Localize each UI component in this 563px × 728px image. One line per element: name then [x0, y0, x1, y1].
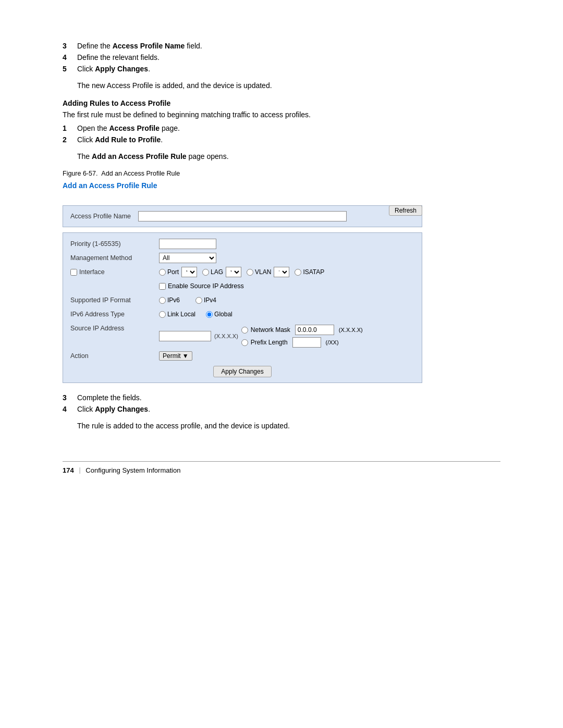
form-panel: Priority (1-65535) Management Method All… — [63, 232, 422, 383]
step-5-text2: . — [148, 65, 150, 73]
apply-changes-row: Apply Changes — [70, 366, 414, 377]
step-m2-number: 2 — [63, 135, 77, 144]
source-ip-label: Source IP Address — [70, 325, 159, 332]
interface-lag-radio-input[interactable] — [202, 269, 209, 276]
ipv6-address-radio-group: Link Local Global — [159, 311, 232, 318]
action-permit-button[interactable]: Permit ▼ — [159, 351, 192, 361]
step-3-text: Define the Access Profile Name field. — [77, 42, 202, 50]
section-intro: The first rule must be defined to beginn… — [63, 110, 500, 119]
step-a3-text: Complete the fields. — [77, 393, 142, 402]
management-method-label: Management Method — [70, 254, 159, 262]
ipv4-radio-input[interactable] — [195, 297, 202, 304]
enable-source-checkbox[interactable] — [159, 283, 166, 290]
lag-select[interactable]: ▼ — [226, 267, 241, 277]
section-heading: Adding Rules to Access Profile — [63, 99, 500, 107]
interface-isatap-radio-input[interactable] — [295, 269, 301, 276]
source-ip-row: Source IP Address (X.X.X.X) Network Mask… — [70, 323, 414, 348]
step-3: 3 Define the Access Profile Name field. — [63, 42, 500, 50]
step-a4-number: 4 — [63, 405, 77, 413]
enable-source-checkbox-group: Enable Source IP Address — [159, 282, 244, 290]
interface-port-radio-input[interactable] — [159, 269, 166, 276]
prefix-length-format: (/XX) — [326, 339, 339, 346]
step-a4-bold: Apply Changes — [95, 405, 148, 413]
page-link[interactable]: Add an Access Profile Rule — [63, 181, 500, 190]
interface-row: Interface Port ▼ LAG ▼ — [70, 266, 414, 278]
access-profile-name-panel: Access Profile Name — [63, 205, 422, 227]
step-5-text: Click Apply Changes. — [77, 65, 150, 73]
network-mask-radio[interactable] — [241, 327, 248, 334]
enable-source-ip-row: Enable Source IP Address — [70, 280, 414, 292]
ip-format-radio-group: IPv6 IPv4 — [159, 297, 216, 304]
vlan-select[interactable]: ▼ — [274, 267, 289, 277]
step-m1-text2: page. — [160, 124, 180, 132]
prefix-length-input[interactable] — [292, 337, 321, 348]
network-options: Network Mask (X.X.X.X) Prefix Length (/X… — [241, 325, 363, 348]
network-mask-label: Network Mask — [251, 326, 290, 334]
action-permit-label: Permit — [163, 352, 181, 360]
link-local-radio: Link Local — [159, 311, 195, 318]
step-m1: 1 Open the Access Profile page. — [63, 124, 500, 132]
step-3-text2: field. — [185, 42, 202, 50]
step-number-4: 4 — [63, 53, 77, 61]
step-m1-text: Open the Access Profile page. — [77, 124, 180, 132]
management-method-select[interactable]: All — [159, 253, 216, 263]
access-profile-name-input[interactable] — [138, 211, 347, 221]
step-m1-number: 1 — [63, 124, 77, 132]
port-select[interactable]: ▼ — [181, 267, 197, 277]
step-m2-indent-bold: Add an Access Profile Rule — [92, 152, 187, 161]
footer-page: 174 — [63, 466, 74, 474]
interface-checkbox[interactable] — [70, 269, 77, 276]
link-local-radio-input[interactable] — [159, 311, 166, 318]
source-ip-controls: (X.X.X.X) Network Mask (X.X.X.X) Prefix … — [159, 325, 363, 348]
prefix-length-label: Prefix Length — [251, 339, 288, 346]
ipv4-radio: IPv4 — [195, 297, 216, 304]
global-radio-input[interactable] — [206, 311, 213, 318]
step5-indent: The new Access Profile is added, and the… — [77, 81, 500, 90]
supported-ip-label: Supported IP Format — [70, 297, 159, 304]
action-label: Action — [70, 352, 159, 360]
step-number-5: 5 — [63, 65, 77, 73]
interface-isatap-radio: ISATAP — [295, 268, 324, 276]
ipv6-radio-input[interactable] — [159, 297, 166, 304]
interface-label: Interface — [70, 268, 159, 276]
step-m2: 2 Click Add Rule to Profile. — [63, 135, 500, 144]
step-4-text: Define the relevant fields. — [77, 53, 160, 61]
action-row: Action Permit ▼ — [70, 350, 414, 362]
figure-number: Figure 6-57. — [63, 170, 97, 177]
refresh-button[interactable]: Refresh — [389, 205, 422, 216]
enable-source-label: Enable Source IP Address — [168, 282, 244, 290]
prefix-length-row: Prefix Length (/XX) — [241, 337, 363, 348]
ipv6-address-label: IPv6 Address Type — [70, 311, 159, 318]
step-a3-number: 3 — [63, 393, 77, 402]
source-ip-input[interactable] — [159, 331, 211, 341]
apply-changes-button[interactable]: Apply Changes — [213, 366, 271, 377]
interface-lag-radio: LAG ▼ — [202, 267, 241, 277]
step-a4-indent: The rule is added to the access profile,… — [77, 422, 500, 430]
supported-ip-row: Supported IP Format IPv6 IPv4 — [70, 294, 414, 306]
footer-separator: | — [79, 466, 81, 474]
ipv6-radio: IPv6 — [159, 297, 180, 304]
prefix-length-radio[interactable] — [241, 339, 248, 346]
step-m2-indent: The Add an Access Profile Rule page open… — [77, 152, 500, 161]
access-profile-name-label: Access Profile Name — [70, 213, 131, 220]
interface-vlan-radio: VLAN ▼ — [247, 267, 289, 277]
management-method-row: Management Method All — [70, 252, 414, 264]
source-ip-format: (X.X.X.X) — [214, 333, 238, 339]
step-a3: 3 Complete the fields. — [63, 393, 500, 402]
step-5-bold: Apply Changes — [95, 65, 148, 73]
network-mask-format: (X.X.X.X) — [339, 327, 363, 333]
figure-title: Add an Access Profile Rule — [101, 170, 180, 177]
step-4: 4 Define the relevant fields. — [63, 53, 500, 61]
priority-label: Priority (1-65535) — [70, 240, 159, 248]
step-m2-text2: . — [161, 135, 163, 144]
interface-vlan-radio-input[interactable] — [247, 269, 253, 276]
global-radio: Global — [206, 311, 232, 318]
priority-input[interactable] — [159, 239, 216, 249]
network-mask-input[interactable] — [295, 325, 334, 335]
step-a4-text: Click Apply Changes. — [77, 405, 150, 413]
steps-middle: 1 Open the Access Profile page. 2 Click … — [63, 124, 500, 144]
footer-text: Configuring System Information — [85, 466, 180, 474]
steps-before: 3 Define the Access Profile Name field. … — [63, 42, 500, 73]
ipv6-address-type-row: IPv6 Address Type Link Local Global — [70, 309, 414, 320]
figure-caption: Figure 6-57. Add an Access Profile Rule — [63, 170, 500, 177]
